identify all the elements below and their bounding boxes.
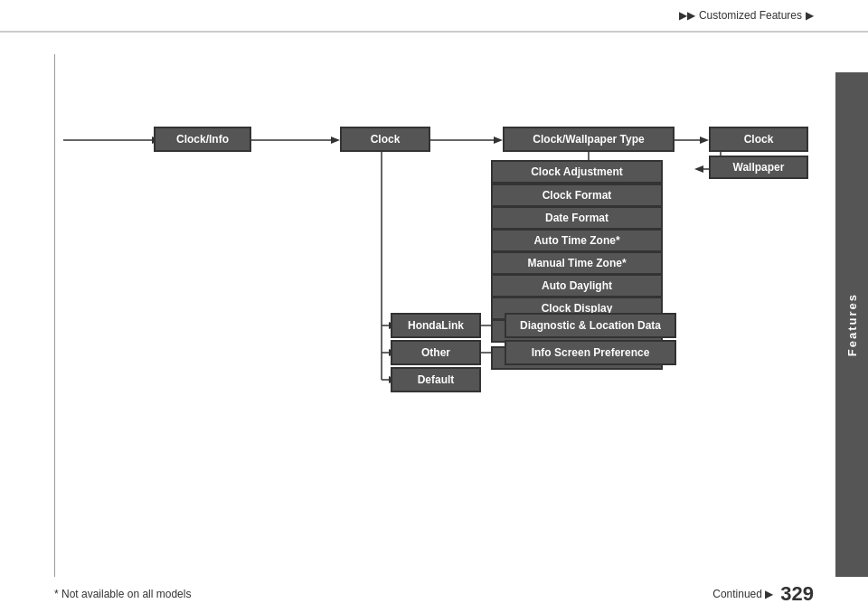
footer-right: Continued ▶ 329	[712, 582, 814, 606]
breadcrumb-title: Customized Features	[699, 9, 802, 22]
svg-marker-5	[494, 137, 503, 144]
svg-marker-3	[331, 137, 340, 144]
clock-final-node: Clock	[709, 127, 808, 152]
clock-wallpaper-type-node: Clock/Wallpaper Type	[503, 127, 675, 152]
breadcrumb: ▶▶ Customized Features ▶	[679, 9, 814, 22]
other-node: Other	[391, 340, 481, 365]
footer-note: * Not available on all models	[54, 588, 191, 600]
sidebar-label: Features	[845, 293, 859, 356]
hondalink-node: HondaLink	[391, 313, 481, 338]
continued-label: Continued ▶	[712, 588, 773, 600]
page-number: 329	[780, 582, 814, 606]
breadcrumb-arrows: ▶▶	[679, 9, 695, 22]
sidebar: Features	[835, 72, 868, 577]
footer: * Not available on all models Continued …	[54, 582, 814, 606]
svg-marker-19	[700, 137, 709, 144]
manual-time-zone-node: Manual Time Zone*	[491, 251, 663, 275]
auto-time-zone-node: Auto Time Zone*	[491, 229, 663, 252]
wallpaper-node: Wallpaper	[709, 156, 808, 179]
svg-marker-22	[694, 165, 703, 173]
diagnostic-location-node: Diagnostic & Location Data	[505, 313, 676, 338]
header: ▶▶ Customized Features ▶	[0, 0, 868, 32]
default-node: Default	[391, 367, 481, 392]
info-screen-preference-node: Info Screen Preference	[505, 340, 676, 365]
breadcrumb-arrow-end: ▶	[806, 9, 814, 22]
clock-node: Clock	[340, 127, 430, 152]
date-format-node: Date Format	[491, 206, 663, 230]
header-divider	[0, 32, 868, 33]
clock-adjustment-node: Clock Adjustment	[491, 160, 663, 184]
clock-info-node: Clock/Info	[154, 127, 251, 152]
diagram: Clock/Info Clock Clock/Wallpaper Type Cl…	[54, 54, 832, 577]
clock-format-node: Clock Format	[491, 184, 663, 207]
auto-daylight-node: Auto Daylight	[491, 274, 663, 297]
